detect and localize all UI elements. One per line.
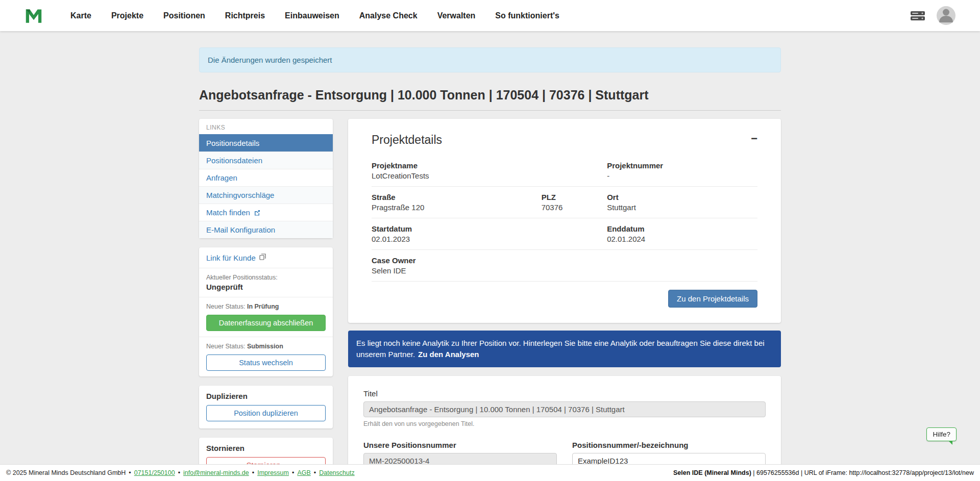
user-icon [937,6,955,25]
case-owner-label: Case Owner [372,256,757,265]
server-icon[interactable] [910,10,925,21]
startdatum-value: 02.01.2023 [372,235,607,243]
links-card: LINKS Positionsdetails Positionsdateien … [199,119,333,238]
footer-email-link[interactable]: info@mineral-minds.de [183,469,249,476]
ort-value: Stuttgart [607,203,757,212]
projektname-label: Projektname [372,161,607,170]
footer: © 2025 Mineral Minds Deutschland GmbH • … [0,464,980,481]
strasse-label: Straße [372,193,542,201]
footer-phone-link[interactable]: 07151/250100 [134,469,175,476]
user-avatar[interactable] [937,6,955,25]
session-user: Selen IDE (Mineral Minds) [673,469,751,476]
projektnummer-value: - [607,171,757,180]
mineral-minds-logo-icon [24,8,43,24]
ort-label: Ort [607,193,757,201]
sidebar-item-positionsdetails[interactable]: Positionsdetails [199,134,333,151]
navbar: Karte Projekte Positionen Richtpreis Ein… [0,0,980,31]
project-details-row: Case Owner Selen IDE [372,249,757,281]
current-status-value: Ungeprüft [206,283,326,291]
collapse-button[interactable]: − [751,133,757,144]
navbar-right [910,6,955,25]
analytics-banner: Es liegt noch keine Analytik zu Ihrer Po… [348,331,781,367]
copyright-text: © 2025 Mineral Minds Deutschland GmbH [6,469,126,476]
plz-value: 70376 [542,203,607,212]
go-to-project-details-button[interactable]: Zu den Projektdetails [668,290,757,308]
projektname-value: LotCreationTests [372,171,607,180]
sidebar-item-anfragen[interactable]: Anfragen [199,169,333,186]
titel-help: Erhält den von uns vorgegebenen Titel. [363,420,766,427]
enddatum-value: 02.01.2024 [607,235,757,243]
sidebar-item-match-finden[interactable]: Match finden [199,204,333,221]
sidebar-item-label: Match finden [206,208,250,217]
duplicate-heading: Duplizieren [206,392,326,400]
nav-item-karte[interactable]: Karte [70,11,91,20]
success-alert: Die Änderungen wurden gespeichert [199,47,781,72]
startdatum-label: Startdatum [372,224,607,233]
external-link-icon [254,210,260,216]
duplicate-position-button[interactable]: Position duplizieren [206,405,326,421]
enddatum-label: Enddatum [607,224,757,233]
project-details-row: Straße Pragstraße 120 PLZ 70376 Ort Stut… [372,186,757,218]
customer-link[interactable]: Link für Kunde [206,254,256,262]
next-status-block-1: Neuer Status: In Prüfung Datenerfassung … [199,297,333,337]
plz-label: PLZ [542,193,607,201]
nav-item-projekte[interactable]: Projekte [111,11,143,20]
nav-item-analyse-check[interactable]: Analyse Check [359,11,418,20]
cancel-heading: Stornieren [206,444,326,452]
duplicate-card: Duplizieren Position duplizieren [199,386,333,428]
page-title: Angebotsanfrage - Entsorgung | 10.000 To… [199,88,781,111]
analytics-banner-text: Es liegt noch keine Analytik zu Ihrer Po… [356,339,765,359]
next-status-label: Neuer Status: [206,303,245,310]
nav-item-richtpreis[interactable]: Richtpreis [225,11,265,20]
project-details-row: Startdatum 02.01.2023 Enddatum 02.01.202… [372,218,757,249]
nav-item-positionen[interactable]: Positionen [163,11,205,20]
current-status-block: Aktueller Positionsstatus: Ungeprüft [199,268,333,297]
titel-label: Titel [363,389,766,398]
session-details: | 69576255536d | URL of iFrame: http://l… [751,469,974,476]
go-to-analyses-link[interactable]: Zu den Analysen [418,350,479,359]
case-owner-value: Selen IDE [372,266,757,275]
logo[interactable] [24,8,43,24]
footer-datenschutz-link[interactable]: Datenschutz [319,469,354,476]
next-status-value: In Prüfung [247,303,279,310]
projektnummer-label: Projektnummer [607,161,757,170]
next-status-block-2: Neuer Status: Submission Status wechseln [199,337,333,376]
switch-status-button[interactable]: Status wechseln [206,355,326,371]
sidebar-item-email-konfiguration[interactable]: E-Mail Konfiguration [199,221,333,238]
strasse-value: Pragstraße 120 [372,203,542,212]
sidebar: LINKS Positionsdetails Positionsdateien … [199,119,333,480]
next-status-label-2: Neuer Status: [206,343,245,350]
nav-item-einbauweisen[interactable]: Einbauweisen [285,11,339,20]
links-header: LINKS [199,119,333,134]
footer-impressum-link[interactable]: Impressum [257,469,289,476]
main-content: Projektdetails − Projektname LotCreation… [348,119,781,481]
copy-icon[interactable] [259,253,266,262]
status-card: Link für Kunde Aktueller Positionsstatus… [199,247,333,376]
session-info: Selen IDE (Mineral Minds) | 69576255536d… [673,469,974,476]
current-status-label: Aktueller Positionsstatus: [206,274,326,281]
next-status-value-2: Submission [247,343,283,350]
project-details-row: Projektname LotCreationTests Projektnumm… [372,155,757,186]
nav-item-so-funktionierts[interactable]: So funktioniert's [495,11,559,20]
help-button[interactable]: Hilfe? [926,427,957,441]
project-details-title: Projektdetails [372,133,442,147]
main-nav: Karte Projekte Positionen Richtpreis Ein… [70,11,910,20]
our-position-number-label: Unsere Positionsnummer [363,441,557,449]
titel-input [363,401,766,417]
position-number-label: Positionsnummer/-bezeichnung [572,441,766,449]
sidebar-item-matchingvorschlaege[interactable]: Matchingvorschläge [199,186,333,204]
nav-item-verwalten[interactable]: Verwalten [437,11,476,20]
sidebar-item-positionsdateien[interactable]: Positionsdateien [199,151,333,169]
complete-data-entry-button[interactable]: Datenerfassung abschließen [206,315,326,331]
project-details-card: Projektdetails − Projektname LotCreation… [348,119,781,323]
footer-agb-link[interactable]: AGB [297,469,310,476]
